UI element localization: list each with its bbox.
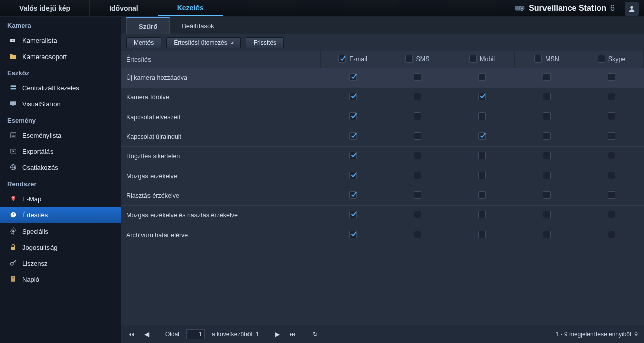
table-row[interactable]: Új kamera hozzáadva: [121, 68, 644, 88]
first-page-button[interactable]: ⏮: [127, 331, 135, 338]
table-row[interactable]: Kamera törölve: [121, 88, 644, 107]
sidebar-item-license[interactable]: Liszensz: [0, 255, 121, 271]
sidebar-item-privilege[interactable]: Jogosultság: [0, 239, 121, 255]
row-checkbox[interactable]: [478, 73, 486, 81]
tab-filter[interactable]: Szűrő: [126, 17, 170, 34]
row-checkbox[interactable]: [543, 172, 551, 179]
next-page-button[interactable]: ▶: [273, 331, 281, 338]
row-checkbox[interactable]: [414, 211, 421, 218]
row-checkbox[interactable]: [349, 191, 357, 199]
col-header-notification[interactable]: Értesítés: [121, 51, 321, 68]
header-checkbox-mobile[interactable]: [469, 55, 477, 63]
row-checkbox[interactable]: [478, 211, 486, 218]
row-checkbox[interactable]: [478, 112, 486, 120]
row-checkbox[interactable]: [543, 211, 551, 218]
row-checkbox[interactable]: [349, 172, 357, 179]
page-input[interactable]: [186, 329, 205, 339]
row-checkbox[interactable]: [543, 93, 551, 100]
header-checkbox-sms[interactable]: [405, 55, 413, 63]
svg-rect-21: [13, 213, 13, 215]
tab-settings[interactable]: Beállítások: [170, 17, 226, 34]
row-checkbox[interactable]: [414, 191, 421, 199]
toptab-live[interactable]: Valós idejű kép: [0, 0, 90, 16]
row-checkbox[interactable]: [414, 132, 421, 140]
last-page-button[interactable]: ⏭: [288, 331, 296, 338]
row-checkbox[interactable]: [349, 132, 357, 140]
col-header-mobile[interactable]: Mobil: [450, 51, 515, 68]
row-checkbox[interactable]: [608, 73, 615, 81]
prev-page-button[interactable]: ◀: [142, 331, 151, 338]
row-checkbox[interactable]: [608, 172, 615, 179]
header-checkbox-msn[interactable]: [534, 55, 542, 63]
row-checkbox[interactable]: [414, 112, 421, 120]
refresh-button[interactable]: Frissítés: [246, 37, 284, 48]
header-checkbox-email[interactable]: [338, 55, 346, 63]
sidebar-item-label: VisualStation: [22, 100, 61, 108]
svg-point-23: [12, 230, 14, 232]
row-checkbox[interactable]: [543, 112, 551, 120]
row-checkbox[interactable]: [349, 211, 357, 218]
sidebar-item-connect[interactable]: Csatlakozás: [0, 159, 121, 176]
button-label: Értesítési ütemezés: [174, 39, 227, 46]
row-checkbox[interactable]: [543, 73, 551, 81]
row-checkbox[interactable]: [414, 231, 421, 238]
user-menu[interactable]: [625, 2, 639, 16]
row-checkbox[interactable]: [349, 73, 357, 81]
row-checkbox[interactable]: [608, 93, 615, 100]
sidebar-item-visualstation[interactable]: VisualStation: [0, 96, 121, 112]
sidebar-item-notification[interactable]: Értesítés: [0, 207, 121, 223]
sidebar-item-advanced[interactable]: Speciális: [0, 223, 121, 239]
save-button[interactable]: Mentés: [126, 37, 161, 48]
row-checkbox[interactable]: [414, 93, 421, 100]
table-row[interactable]: Rögzítés sikertelen: [121, 147, 644, 166]
row-checkbox[interactable]: [414, 172, 421, 179]
row-checkbox[interactable]: [478, 172, 486, 179]
row-checkbox[interactable]: [349, 93, 357, 100]
row-checkbox[interactable]: [478, 152, 486, 159]
sidebar-item-cameragroup[interactable]: Kameracsoport: [0, 48, 121, 65]
sidebar-item-centralized[interactable]: Centralizált kezelés: [0, 80, 121, 96]
table-row[interactable]: Archívum határ elérve: [121, 225, 644, 245]
row-checkbox[interactable]: [543, 231, 551, 238]
row-checkbox[interactable]: [608, 211, 615, 218]
header-checkbox-skype[interactable]: [598, 55, 605, 63]
row-checkbox[interactable]: [478, 132, 486, 140]
toptab-management[interactable]: Kezelés: [158, 0, 223, 16]
table-row[interactable]: Mozgás érzékelve: [121, 166, 644, 186]
cell-email: [321, 127, 385, 147]
col-header-email[interactable]: E-mail: [321, 51, 385, 68]
row-checkbox[interactable]: [349, 152, 357, 159]
row-checkbox[interactable]: [608, 152, 615, 159]
sidebar-item-cameralist[interactable]: Kameralista: [0, 32, 121, 48]
row-checkbox[interactable]: [349, 112, 357, 120]
sidebar-item-eventlist[interactable]: Eseménylista: [0, 127, 121, 143]
col-header-skype[interactable]: Skype: [579, 51, 644, 68]
table-row[interactable]: Riasztás érzékelve: [121, 186, 644, 206]
row-checkbox[interactable]: [608, 191, 615, 199]
col-header-sms[interactable]: SMS: [385, 51, 450, 68]
row-checkbox[interactable]: [478, 191, 486, 199]
row-checkbox[interactable]: [543, 191, 551, 199]
row-checkbox[interactable]: [608, 132, 615, 140]
row-checkbox[interactable]: [414, 152, 421, 159]
table-row[interactable]: Kapcsolat újraindult: [121, 127, 644, 147]
sidebar-item-log[interactable]: Napló: [0, 271, 121, 288]
row-checkbox[interactable]: [349, 231, 357, 238]
row-checkbox[interactable]: [608, 231, 615, 238]
row-checkbox[interactable]: [478, 93, 486, 100]
reload-button[interactable]: ↻: [311, 331, 319, 338]
sidebar-item-emap[interactable]: E-Map: [0, 191, 121, 207]
sidebar-item-export[interactable]: Exportálás: [0, 143, 121, 159]
row-checkbox[interactable]: [608, 112, 615, 120]
sidebar: Kamera Kameralista Kameracsoport Eszköz …: [0, 17, 121, 343]
table-row[interactable]: Kapcsolat elveszett: [121, 107, 644, 127]
toptab-timeline[interactable]: Idővonal: [90, 0, 158, 16]
row-checkbox[interactable]: [543, 152, 551, 159]
row-checkbox[interactable]: [478, 231, 486, 238]
row-checkbox[interactable]: [543, 132, 551, 140]
sidebar-item-label: Kameracsoport: [22, 53, 67, 61]
row-checkbox[interactable]: [414, 73, 421, 81]
col-header-msn[interactable]: MSN: [515, 51, 579, 68]
table-row[interactable]: Mozgás érzékelve és riasztás érzékelve: [121, 206, 644, 225]
schedule-button[interactable]: Értesítési ütemezés◢: [166, 37, 240, 48]
